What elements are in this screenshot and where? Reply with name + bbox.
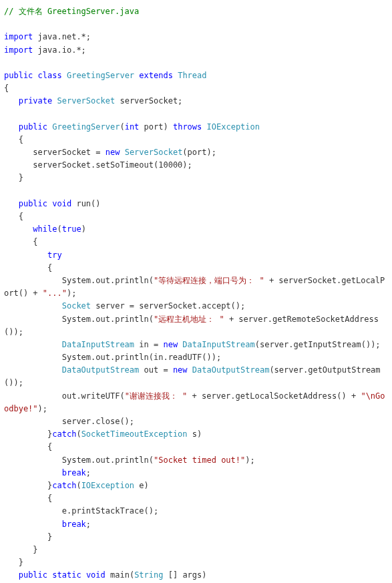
socket-type: Socket [62,301,91,311]
p: ( [57,224,61,234]
catch1b: s) [188,429,202,439]
c2body: e.printStackTrace(); [4,506,158,516]
kw-extends: extends [139,71,173,80]
l2a [4,301,62,311]
ctor-l1a: serverSocket = [4,148,106,157]
kw-break1: break [62,468,86,477]
str-timeout: "Socket timed out!" [154,455,245,465]
str-dots: "..." [43,288,67,298]
dis-type2: DataInputStream [182,340,254,349]
kw-static: static [52,570,81,580]
kw-new2: new [163,340,178,349]
kw-void: void [52,199,71,208]
kw-public: public [4,71,33,80]
str-wait: "等待远程连接，端口号为： " [154,276,264,285]
l4c: (server.getInputStream()); [255,340,381,349]
l4a [4,340,62,349]
kw-break2: break [62,520,86,529]
catch2a: } [4,481,52,490]
p: ( [76,481,81,490]
ioe-type: IOException [81,481,134,490]
ctor-l1b: (port); [182,148,216,157]
kw-new3: new [173,365,188,375]
kw-import2: import [4,45,33,55]
exc-type: IOException [207,122,260,132]
parent-name: Thread [178,71,206,80]
kw-catch1: catch [52,429,76,439]
l8: server.close(); [4,417,134,426]
dis-type: DataInputStream [62,340,134,349]
kw-try: try [47,250,62,260]
kw-catch2: catch [52,481,76,490]
kw-public-run: public [19,199,47,208]
comment-line: // 文件名 GreetingServer.java [4,7,139,16]
kw-import1: import [4,32,33,41]
code-block: // 文件名 GreetingServer.java import java.n… [4,5,388,583]
kw-new: new [106,148,120,157]
c1bb: ); [245,455,254,465]
ctor-param: port) [139,122,173,132]
kw-public-ctor: public [19,122,47,132]
kw-void-main: void [86,570,106,580]
l4b: in = [134,340,163,349]
kw-int: int [125,122,140,132]
l5: System.out.println(in.readUTF()); [4,353,221,362]
kw-class: class [38,71,62,80]
kw-while: while [33,224,57,234]
pkg2: java.io.*; [33,45,85,55]
l7a: out.writeUTF( [4,391,125,401]
string-type: String [134,570,163,580]
kw-private: private [19,96,53,106]
field-type: ServerSocket [57,96,116,106]
num-10000: 10000 [158,160,182,170]
class-name: GreetingServer [67,71,134,80]
l1c: ); [67,288,76,298]
ste-type: SocketTimeoutException [81,429,188,439]
l3a: System.out.println( [4,315,154,324]
catch2b: e) [134,481,149,490]
l6b: out = [139,365,173,375]
ctor-name: GreetingServer [52,122,120,132]
run-name: run() [71,199,100,208]
dos-type2: DataOutputStream [192,365,270,375]
kw-true: true [62,224,81,234]
pkg1: java.net.*; [33,32,91,41]
main-args: [] args) [164,570,207,580]
l7c: ); [38,404,47,413]
catch1a: } [4,429,52,439]
dos-type: DataOutputStream [62,365,140,375]
l2b: server = serverSocket.accept(); [91,301,245,311]
kw-throws: throws [173,122,202,132]
kw-public-main: public [19,570,47,580]
field-name: serverSocket; [115,96,182,106]
l7b: + server.getLocalSocketAddress() + [187,391,361,401]
main-name: main( [106,570,134,580]
p: ( [76,429,81,439]
p: ) [81,224,86,234]
l1a: System.out.println( [4,276,154,285]
ss-type: ServerSocket [125,148,183,157]
str-thanks: "谢谢连接我： " [125,391,188,401]
p: ( [120,122,124,132]
str-remote: "远程主机地址： " [154,315,224,324]
ctor-l2b: ); [182,160,192,170]
c1ba: System.out.println( [4,455,154,465]
ctor-l2a: serverSocket.setSoTimeout( [4,160,158,170]
l6a [4,365,62,375]
